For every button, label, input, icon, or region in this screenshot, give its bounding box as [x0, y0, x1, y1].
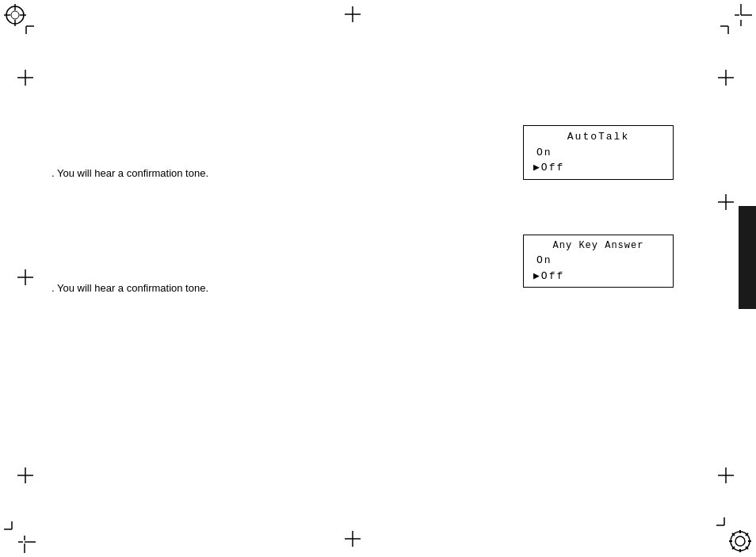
corner-mark-top-right: [720, 4, 752, 36]
crosshair-top-center: [345, 6, 361, 26]
anykeyanswer-menu: Any Key Answer On ▶Off: [523, 235, 674, 288]
crosshair-bottom-center: [345, 531, 361, 551]
autotalk-title: AutoTalk: [530, 129, 666, 145]
anykeyanswer-arrow: ▶: [533, 270, 541, 282]
autotalk-option-off: ▶Off: [530, 160, 666, 176]
crosshair-right-mid: [718, 194, 734, 214]
sidebar-bar: [739, 206, 756, 309]
corner-mark-bottom-left: [4, 521, 36, 553]
anykeyanswer-option-off: ▶Off: [530, 269, 666, 284]
autotalk-option-on: On: [530, 145, 666, 161]
crosshair-left-bottom: [17, 467, 33, 487]
crosshair-right-top: [718, 70, 734, 90]
corner-mark-bottom-right: [716, 517, 752, 553]
confirmation-text-2: . You will hear a confirmation tone.: [52, 282, 208, 294]
svg-point-1: [11, 11, 19, 19]
corner-mark-top-left: [4, 4, 36, 36]
svg-point-21: [735, 536, 745, 546]
crosshair-left-mid: [17, 269, 33, 289]
crosshair-right-bottom: [718, 467, 734, 487]
confirmation-text-1: . You will hear a confirmation tone.: [52, 167, 208, 179]
autotalk-menu: AutoTalk On ▶Off: [523, 125, 674, 180]
autotalk-arrow: ▶: [533, 162, 541, 174]
crosshair-left-top: [17, 70, 33, 90]
anykeyanswer-option-on: On: [530, 253, 666, 269]
anykeyanswer-title: Any Key Answer: [530, 238, 666, 253]
